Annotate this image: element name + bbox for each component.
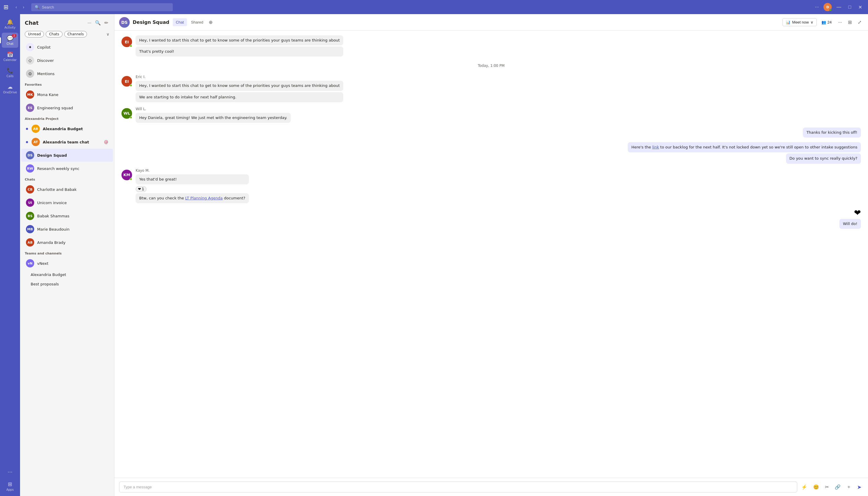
sidebar-item-alex-team-chat[interactable]: AT Alexandria team chat @ [21, 136, 113, 149]
will-status [130, 117, 132, 119]
participants-count: 24 [827, 20, 832, 25]
mentions-label: Mentions [37, 72, 55, 76]
back-button[interactable]: ‹ [13, 3, 19, 11]
minimize-button[interactable]: — [834, 3, 843, 11]
kayo-bubble-1: Yes that'd be great! [136, 174, 249, 184]
self-bubble-3: Do you want to sync really quickly? [786, 153, 861, 164]
title-bar-right: ··· D — □ ✕ [812, 3, 865, 11]
lt-planning-link[interactable]: LT Planning Agenda [185, 196, 223, 200]
chat-more-button[interactable]: ··· [836, 18, 844, 27]
filter-expand-icon[interactable]: ∨ [106, 32, 109, 36]
message-input[interactable] [119, 482, 797, 493]
sidebar-item-research-weekly[interactable]: RW Research weekly sync [21, 162, 113, 175]
sidebar-item-mentions[interactable]: ⊙ Mentions [21, 67, 113, 80]
alex-budget-label: Alexandria Budget [43, 127, 83, 131]
sidebar-search-button[interactable]: 🔍 [94, 19, 102, 27]
filter-channels[interactable]: Channels [64, 31, 87, 37]
rail-item-calls[interactable]: 📞 Calls [2, 65, 18, 80]
early-bubble-1: Hey, I wanted to start this chat to get … [136, 35, 343, 45]
action-more-button[interactable]: ＋ [845, 482, 853, 492]
sidebar-item-mona-kane[interactable]: MK Mona Kane [21, 88, 113, 101]
favorites-section-label: Favorites [20, 80, 114, 88]
action-emoji-button[interactable]: 😊 [811, 482, 821, 492]
sidebar-item-charlotte[interactable]: CB Charlotte and Babak [21, 183, 113, 196]
chat-sidebar-button[interactable]: ⊞ [846, 18, 854, 27]
eric-bubble-2: We are starting to do intake for next ha… [136, 92, 343, 102]
participants-button[interactable]: 👥 24 [819, 18, 834, 26]
sidebar-item-alex-budget-ch[interactable]: Alexandria Budget [21, 270, 113, 279]
calendar-label: Calendar [3, 58, 17, 62]
message-group-early: EI Hey, I wanted to start this chat to g… [121, 35, 861, 57]
backlog-link[interactable]: link [652, 145, 659, 149]
rail-item-onedrive[interactable]: ☁ OneDrive [2, 81, 18, 96]
user-avatar[interactable]: D [823, 3, 832, 11]
onedrive-label: OneDrive [3, 91, 17, 94]
tab-shared[interactable]: Shared [188, 18, 206, 26]
send-button[interactable]: ➤ [855, 482, 863, 492]
meet-now-button[interactable]: 📊 Meet now ∨ [782, 18, 817, 26]
sidebar-item-marie[interactable]: MB Marie Beaudouin [21, 223, 113, 236]
chat-expand-button[interactable]: ⤢ [856, 18, 863, 27]
vnext-label: vNext [37, 261, 48, 266]
search-input[interactable] [42, 5, 169, 10]
action-link-button[interactable]: 🔗 [833, 482, 842, 492]
sidebar-item-vnext[interactable]: vN vNext [21, 257, 113, 270]
add-tab-button[interactable]: ⊕ [208, 18, 214, 26]
amanda-avatar: AB [26, 238, 34, 247]
sidebar-item-copilot[interactable]: ✦ Copilot [21, 41, 113, 53]
apps-icon: ⊞ [8, 481, 12, 487]
kayo-sender: Kayo M. [136, 169, 249, 173]
discover-icon: ◇ [26, 56, 34, 64]
sidebar-list: ✦ Copilot ◇ Discover ⊙ Mentions Favorite… [20, 40, 114, 496]
early-bubble-2: That's pretty cool! [136, 47, 343, 57]
sidebar-item-best-proposals[interactable]: Best proposals [21, 280, 113, 289]
sidebar-item-engineering-squad[interactable]: ES Engineering squad [21, 101, 113, 114]
rail-item-calendar[interactable]: 📅 Calendar [2, 49, 18, 64]
mentions-icon: ⊙ [26, 69, 34, 78]
heart-reaction[interactable]: ❤️ 1 [136, 186, 147, 192]
sidebar-item-babak[interactable]: BS Babak Shammas [21, 210, 113, 222]
rail-more-button[interactable]: ··· [5, 467, 15, 478]
search-bar[interactable]: 🔍 [31, 3, 173, 11]
marie-label: Marie Beaudouin [37, 227, 70, 232]
rail-item-activity[interactable]: 🔔 Activity [2, 16, 18, 32]
filter-unread[interactable]: Unread [25, 31, 44, 37]
sidebar-item-alex-budget[interactable]: AB Alexandria Budget [21, 122, 113, 135]
sidebar-compose-button[interactable]: ✏ [103, 19, 109, 27]
action-attach-button[interactable]: ✂ [823, 482, 830, 492]
kayo-bubble-2: Btw, can you check the LT Planning Agend… [136, 193, 249, 203]
sidebar-more-button[interactable]: ··· [86, 19, 93, 27]
best-proposals-label: Best proposals [31, 282, 59, 286]
left-rail: 🔔 Activity 2 💬 Chat 📅 Calendar 📞 Calls ☁… [0, 14, 20, 496]
self-bubble-1: Thanks for kicking this off! [803, 127, 861, 138]
kayo-avatar: KM [121, 170, 132, 180]
sidebar-item-unicorn[interactable]: UI Unicorn invoice [21, 196, 113, 209]
sidebar-item-discover[interactable]: ◇ Discover [21, 54, 113, 67]
alex-team-avatar: AT [32, 138, 40, 146]
filter-chats[interactable]: Chats [46, 31, 62, 37]
sidebar: Chat ··· 🔍 ✏ Unread Chats Channels ∨ ✦ C… [20, 14, 115, 496]
action-format-button[interactable]: ⚡ [799, 482, 809, 492]
self-bubble-4: Will do! [839, 219, 861, 229]
calendar-icon: 📅 [7, 51, 13, 58]
engsquad-label: Engineering squad [37, 106, 73, 110]
discover-label: Discover [37, 58, 54, 63]
forward-button[interactable]: › [20, 3, 27, 11]
new-dot-alex-budget [26, 128, 28, 130]
self-message-content-2: Here's the link to our backlog for the n… [628, 142, 861, 164]
design-squad-avatar: DS [26, 151, 34, 159]
close-button[interactable]: ✕ [856, 3, 865, 11]
more-options-button[interactable]: ··· [812, 3, 821, 11]
sidebar-item-amanda[interactable]: AB Amanda Brady [21, 236, 113, 249]
messages-container: EI Hey, I wanted to start this chat to g… [115, 31, 868, 478]
message-group-eric: EI Eric I. Hey, I wanted to start this c… [121, 75, 861, 102]
search-icon: 🔍 [35, 5, 40, 10]
rail-item-chat[interactable]: 2 💬 Chat [2, 33, 18, 48]
rail-item-apps[interactable]: ⊞ Apps [2, 479, 18, 494]
sidebar-item-design-squad[interactable]: DS Design Squad [21, 149, 113, 162]
research-weekly-avatar: RW [26, 164, 34, 173]
tab-chat[interactable]: Chat [173, 18, 186, 26]
maximize-button[interactable]: □ [846, 3, 854, 11]
reaction-count: 1 [142, 187, 144, 191]
babak-avatar: BS [26, 212, 34, 220]
